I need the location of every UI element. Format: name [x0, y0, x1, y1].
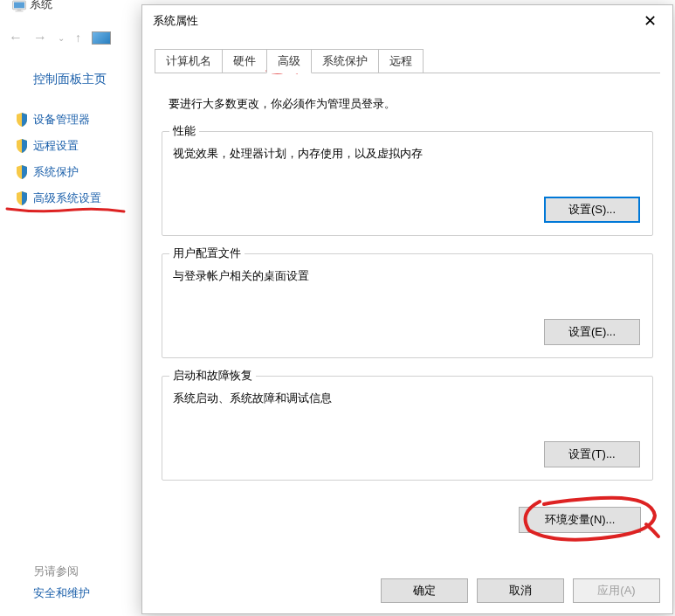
shield-icon — [16, 139, 28, 153]
startup-recovery-desc: 系统启动、系统故障和调试信息 — [173, 391, 642, 406]
user-profile-group: 用户配置文件 与登录帐户相关的桌面设置 设置(E)... — [162, 253, 653, 358]
svg-rect-1 — [14, 3, 24, 9]
dialog-titlebar: 系统属性 ✕ — [142, 5, 672, 37]
nav-history-icon[interactable]: ⌄ — [58, 33, 65, 43]
sidebar-item-label: 设备管理器 — [33, 112, 90, 128]
dialog-button-row: 确定 取消 应用(A) — [381, 578, 660, 603]
close-icon[interactable]: ✕ — [638, 11, 662, 31]
sidebar-item-device-manager[interactable]: 设备管理器 — [16, 112, 90, 128]
shield-icon — [16, 165, 28, 179]
shield-icon — [16, 191, 28, 205]
admin-note-label: 要进行大多数更改，你必须作为管理员登录。 — [169, 96, 396, 112]
sidebar-item-label: 系统保护 — [33, 164, 79, 180]
startup-recovery-legend: 启动和故障恢复 — [169, 368, 256, 384]
sidebar-item-system-protection[interactable]: 系统保护 — [16, 164, 79, 180]
tab-separator — [155, 73, 660, 73]
explorer-left-panel: 系统 ← → ⌄ ↑ 控制面板主页 设备管理器 远程设置 系统保护 高级系统设置… — [0, 0, 140, 616]
cancel-button[interactable]: 取消 — [477, 578, 564, 603]
tab-advanced[interactable]: 高级 — [266, 49, 312, 73]
performance-settings-button[interactable]: 设置(S)... — [544, 197, 640, 223]
control-panel-home-link[interactable]: 控制面板主页 — [33, 72, 107, 87]
user-profile-legend: 用户配置文件 — [169, 246, 245, 261]
sidebar-item-remote-settings[interactable]: 远程设置 — [16, 138, 79, 154]
startup-recovery-group: 启动和故障恢复 系统启动、系统故障和调试信息 设置(T)... — [162, 376, 653, 481]
user-profile-desc: 与登录帐户相关的桌面设置 — [173, 268, 642, 284]
sidebar-item-label: 远程设置 — [33, 138, 79, 154]
dialog-title: 系统属性 — [153, 13, 198, 29]
system-properties-dialog: 系统属性 ✕ 计算机名 硬件 高级 系统保护 远程 要进行大多数更改，你必须作为… — [141, 4, 673, 614]
annotation-red-underline-sidebar — [4, 206, 127, 217]
tab-computer-name[interactable]: 计算机名 — [155, 49, 223, 73]
security-maintenance-link[interactable]: 安全和维护 — [33, 585, 90, 601]
tab-strip: 计算机名 硬件 高级 系统保护 远程 — [155, 49, 423, 73]
svg-rect-2 — [17, 10, 22, 11]
shield-icon — [16, 113, 28, 127]
tab-remote[interactable]: 远程 — [378, 49, 424, 73]
tab-hardware[interactable]: 硬件 — [222, 49, 267, 73]
nav-forward-icon[interactable]: → — [33, 30, 47, 45]
ok-button[interactable]: 确定 — [381, 578, 468, 603]
tab-system-protection[interactable]: 系统保护 — [311, 49, 379, 73]
svg-rect-3 — [16, 10, 24, 11]
user-profile-settings-button[interactable]: 设置(E)... — [544, 319, 640, 345]
performance-desc: 视觉效果，处理器计划，内存使用，以及虚拟内存 — [173, 146, 642, 162]
sidebar-item-advanced-settings[interactable]: 高级系统设置 — [16, 190, 101, 206]
startup-recovery-settings-button[interactable]: 设置(T)... — [544, 441, 640, 467]
window-title-truncated: 系统 — [30, 0, 52, 12]
nav-back-icon[interactable]: ← — [9, 30, 23, 45]
performance-legend: 性能 — [169, 123, 199, 139]
monitor-icon — [11, 0, 27, 12]
performance-group: 性能 视觉效果，处理器计划，内存使用，以及虚拟内存 设置(S)... — [162, 131, 653, 236]
address-bar-monitor-icon[interactable] — [92, 31, 111, 45]
nav-up-icon[interactable]: ↑ — [75, 31, 81, 45]
nav-toolbar: ← → ⌄ ↑ — [9, 30, 111, 45]
environment-variables-button[interactable]: 环境变量(N)... — [519, 507, 641, 533]
apply-button[interactable]: 应用(A) — [573, 578, 660, 603]
see-also-label: 另请参阅 — [33, 564, 79, 579]
sidebar-item-label: 高级系统设置 — [33, 190, 101, 206]
